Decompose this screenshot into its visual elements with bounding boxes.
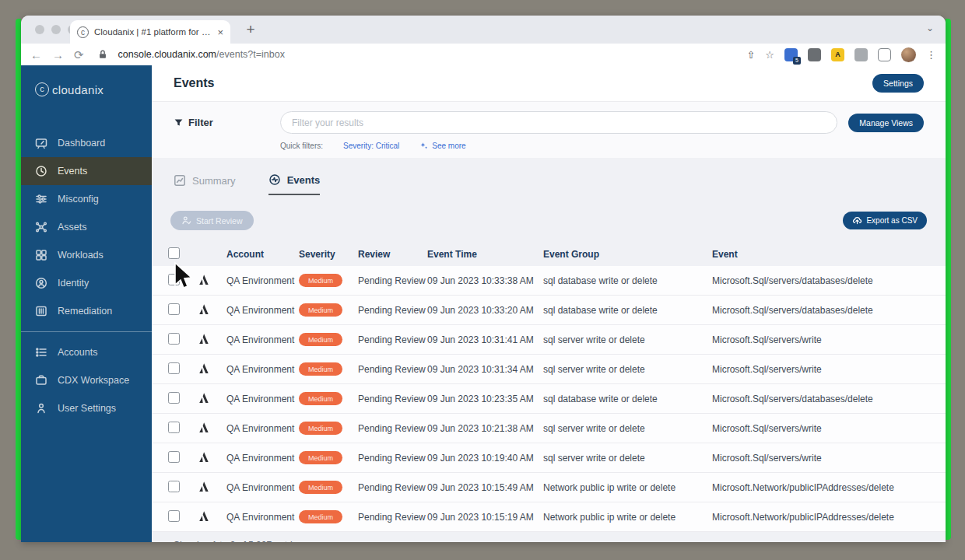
table-row[interactable]: QA Environment Medium Pending Review 09 … [152, 443, 946, 473]
sidebar-item-label: Assets [58, 222, 87, 233]
browser-tab[interactable]: c Cloudanix | #1 platform for Dev × [70, 20, 230, 44]
lock-icon [97, 49, 108, 60]
events-pulse-icon [268, 173, 281, 186]
extension-icon-gray[interactable] [854, 48, 868, 61]
table-row[interactable]: QA Environment Medium Pending Review 09 … [152, 473, 946, 502]
row-checkbox[interactable] [168, 422, 180, 433]
tab-list-chevron-icon[interactable]: ⌄ [926, 23, 934, 33]
address-bar[interactable]: console.cloudanix.com/events?t=inbox [118, 49, 285, 60]
filter-funnel-icon [174, 117, 184, 128]
quick-filter-see-more[interactable]: See more [419, 141, 465, 150]
tab-close-icon[interactable]: × [217, 26, 223, 38]
severity-badge: Medium [299, 422, 342, 435]
filter-input[interactable] [280, 111, 837, 134]
cell-event: Microsoft.Network/publicIPAddresses/dele… [712, 512, 927, 523]
tab-events[interactable]: Events [268, 173, 321, 195]
quick-filter-severity-critical[interactable]: Severity: Critical [343, 142, 399, 150]
extension-badge: 5 [793, 57, 801, 65]
cell-event: Microsoft.Sql/servers/databases/delete [712, 394, 927, 404]
remediation-icon [35, 305, 47, 317]
sidebar-item-misconfig[interactable]: Misconfig [21, 185, 152, 213]
cell-account: QA Environment [219, 334, 299, 345]
sidebar-nav: Dashboard Events Misconfig Assets Worklo… [21, 129, 152, 422]
cloudanix-logo-icon: c [35, 82, 49, 96]
table-footer-summary: Showing 1 to 9 of 5,907 entries [174, 540, 946, 542]
table-row[interactable]: QA Environment Medium Pending Review 09 … [152, 325, 946, 355]
sidebar-item-identity[interactable]: Identity [21, 269, 152, 297]
cell-event-time: 09 Jun 2023 10:23:35 AM [427, 394, 543, 404]
azure-provider-icon [197, 332, 210, 345]
bookmark-star-icon[interactable]: ☆ [765, 50, 774, 60]
profile-avatar[interactable] [901, 47, 916, 62]
cell-event-group: sql database write or delete [543, 305, 712, 316]
browser-menu-icon[interactable]: ⋮ [926, 49, 936, 61]
tab-summary[interactable]: Summary [174, 173, 236, 195]
cell-review: Pending Review [358, 305, 427, 316]
content-area: Events Settings Filter Manage Views Quic… [152, 65, 946, 542]
cell-event-time: 09 Jun 2023 10:31:34 AM [427, 364, 543, 375]
side-panel-icon[interactable] [878, 48, 891, 61]
password-extension-icon[interactable]: 5 [784, 48, 798, 61]
window-minimize-button[interactable] [51, 25, 61, 34]
row-checkbox[interactable] [168, 333, 180, 345]
sidebar-item-label: Dashboard [58, 138, 105, 149]
tab-title: Cloudanix | #1 platform for Dev [94, 27, 212, 37]
manage-views-button[interactable]: Manage Views [848, 114, 924, 132]
cell-review: Pending Review [358, 423, 427, 434]
cell-account: QA Environment [219, 512, 299, 523]
start-review-button[interactable]: Start Review [170, 211, 254, 230]
sidebar-item-assets[interactable]: Assets [21, 213, 152, 241]
row-checkbox[interactable] [168, 392, 180, 404]
sidebar-item-cdx-workspace[interactable]: CDX Workspace [21, 366, 152, 394]
screenshare-border-left [16, 19, 21, 540]
sidebar-item-label: Misconfig [58, 194, 99, 205]
reload-button[interactable]: ⟳ [74, 49, 84, 61]
events-table: Account Severity Review Event Time Event… [152, 243, 946, 542]
sidebar-item-workloads[interactable]: Workloads [21, 241, 152, 269]
severity-badge: Medium [299, 451, 342, 464]
table-row[interactable]: QA Environment Medium Pending Review 09 … [152, 384, 946, 414]
tab-favicon-icon: c [77, 26, 89, 38]
row-checkbox[interactable] [168, 362, 180, 374]
row-checkbox[interactable] [168, 274, 180, 285]
cell-event-time: 09 Jun 2023 10:21:38 AM [427, 423, 543, 434]
settings-button[interactable]: Settings [872, 74, 924, 93]
extension-icon-dark[interactable] [808, 48, 821, 61]
forward-button[interactable]: → [52, 49, 64, 61]
identity-icon [35, 277, 47, 289]
sidebar-item-accounts[interactable]: Accounts [21, 338, 152, 366]
back-button[interactable]: ← [30, 49, 42, 61]
column-header-event-group: Event Group [543, 249, 712, 260]
row-checkbox[interactable] [168, 451, 180, 463]
severity-badge: Medium [299, 481, 342, 494]
new-tab-button[interactable]: + [240, 19, 261, 40]
table-row[interactable]: QA Environment Medium Pending Review 09 … [152, 296, 946, 325]
azure-provider-icon [197, 509, 210, 523]
cloud-export-icon [852, 215, 862, 226]
sidebar-item-user-settings[interactable]: User Settings [21, 394, 152, 422]
row-checkbox[interactable] [168, 481, 180, 492]
table-row[interactable]: QA Environment Medium Pending Review 09 … [152, 502, 946, 532]
export-csv-button[interactable]: Export as CSV [843, 212, 927, 229]
column-header-event-time: Event Time [427, 249, 543, 260]
select-all-checkbox[interactable] [168, 247, 180, 259]
extension-icon-yellow[interactable]: A [831, 48, 844, 61]
row-checkbox[interactable] [168, 510, 180, 522]
tab-strip: c Cloudanix | #1 platform for Dev × + ⌄ [21, 16, 946, 44]
table-row[interactable]: QA Environment Medium Pending Review 09 … [152, 266, 946, 296]
table-row[interactable]: QA Environment Medium Pending Review 09 … [152, 414, 946, 443]
table-row[interactable]: QA Environment Medium Pending Review 09 … [152, 355, 946, 384]
share-icon[interactable]: ⇧ [746, 50, 755, 60]
cell-event-time: 09 Jun 2023 10:33:20 AM [427, 305, 543, 316]
cell-account: QA Environment [219, 364, 299, 375]
sidebar-item-dashboard[interactable]: Dashboard [21, 129, 152, 157]
row-checkbox[interactable] [168, 303, 180, 315]
sidebar: c cloudanix Dashboard Events Misconfig A… [21, 65, 152, 542]
sidebar-item-remediation[interactable]: Remediation [21, 297, 152, 325]
cell-review: Pending Review [358, 453, 427, 464]
assets-icon [35, 221, 47, 233]
sidebar-item-events[interactable]: Events [21, 157, 152, 185]
window-close-button[interactable] [35, 25, 44, 34]
quick-filters-label: Quick filters: [280, 142, 323, 150]
cell-review: Pending Review [358, 394, 427, 404]
